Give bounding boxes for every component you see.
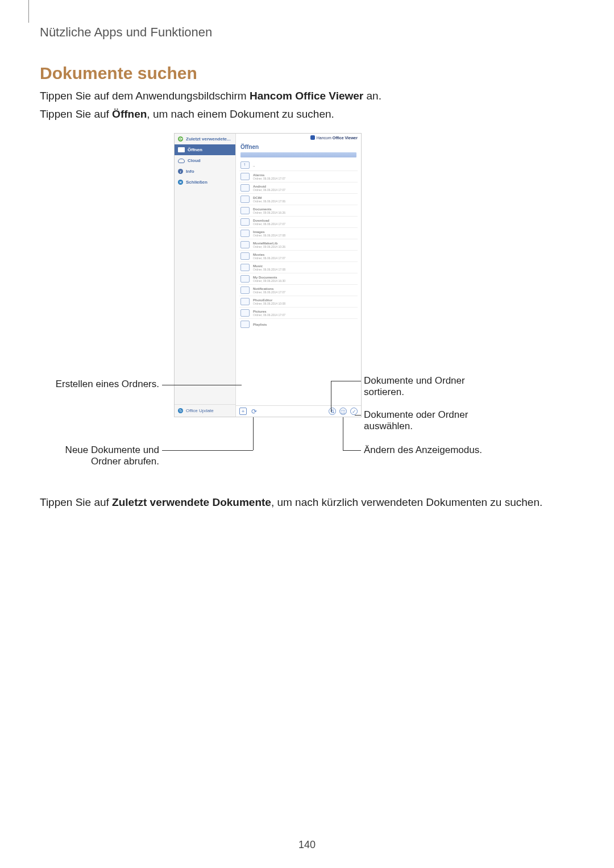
file-row[interactable]: My DocumentsOrdner, 09.06.2014 16:30 (239, 273, 358, 284)
page-number: 140 (0, 839, 614, 851)
file-subtext: Ordner, 09.06.2014 16:30 (253, 279, 285, 283)
cloud-icon (178, 159, 185, 163)
bold-recent-docs: Zuletzt verwendete Dokumente (112, 496, 271, 508)
folder-icon (240, 275, 250, 283)
text: an. (363, 90, 381, 102)
app-screenshot: ⟳ Zuletzt verwendete... Öffnen Cloud Inf… (174, 133, 362, 417)
folder-icon (240, 252, 250, 260)
sidebar-item-label: Cloud (188, 158, 201, 163)
file-subtext: Ordner, 06.06.2014 17:07 (253, 290, 285, 294)
sidebar-item-label: Zuletzt verwendete... (186, 136, 231, 142)
hancom-logo-icon (310, 135, 315, 140)
folder-icon (240, 230, 250, 237)
main-pane: Hancom Office Viewer Öffnen ..AlarmsOrdn… (236, 134, 361, 417)
file-subtext: Ordner, 06.06.2014 17:07 (253, 222, 285, 226)
callout-refresh: Neue Dokumente undOrdner abrufen. (45, 445, 159, 467)
file-row[interactable]: DCIMOrdner, 06.06.2014 17:06 (239, 193, 358, 205)
file-subtext: Ordner, 06.06.2014 17:08 (253, 234, 285, 237)
file-subtext: Ordner, 06.06.2014 17:07 (253, 177, 285, 180)
sidebar-item-close[interactable]: Schließen (175, 177, 235, 188)
text: Tippen Sie auf (40, 108, 112, 120)
folder-icon (240, 298, 250, 305)
file-subtext: Ordner, 09.06.2014 10:26 (253, 245, 285, 248)
bold-app-name: Hancom Office Viewer (250, 90, 363, 102)
app-title-brand: Hancom (317, 136, 331, 140)
text: , um nach kürzlich verwendeten Dokumente… (271, 496, 542, 508)
callout-select: Dokumente oder Ordnerauswählen. (364, 409, 523, 432)
file-row[interactable]: DownloadOrdner, 06.06.2014 17:07 (239, 216, 358, 227)
file-row[interactable]: MoviesOrdner, 06.06.2014 17:07 (239, 250, 358, 261)
sidebar-item-update[interactable]: Office Update (175, 404, 235, 417)
refresh-icon[interactable]: ⟳ (250, 408, 258, 415)
paragraph-1: Tippen Sie auf dem Anwendungsbildschirm … (40, 90, 381, 102)
sidebar-item-cloud[interactable]: Cloud (175, 155, 235, 166)
folder-icon (240, 196, 250, 203)
section-heading: Dokumente suchen (40, 64, 197, 83)
file-row[interactable]: AndroidOrdner, 06.06.2014 17:07 (239, 182, 358, 193)
file-subtext: Ordner, 06.06.2014 17:07 (253, 256, 285, 260)
close-icon (178, 180, 183, 185)
file-row[interactable]: Playlists (239, 318, 358, 330)
toolbar-bottom: ＋ ⟳ ⇅ ◫ ✓ (236, 405, 361, 417)
sidebar: ⟳ Zuletzt verwendete... Öffnen Cloud Inf… (175, 134, 236, 417)
folder-icon (240, 264, 250, 271)
bold-open: Öffnen (112, 108, 147, 120)
sidebar-item-label: Öffnen (188, 147, 202, 152)
folder-icon (240, 184, 250, 192)
file-row[interactable]: MovieMakerLibOrdner, 09.06.2014 10:26 (239, 239, 358, 250)
callout-sort: Dokumente und Ordnersortieren. (364, 375, 512, 398)
update-icon (178, 408, 183, 413)
sidebar-item-label: Info (186, 169, 194, 174)
figure: ⟳ Zuletzt verwendete... Öffnen Cloud Inf… (45, 131, 569, 455)
clock-icon: ⟳ (178, 136, 183, 142)
file-subtext: Ordner, 06.06.2014 17:07 (253, 188, 285, 192)
callout-viewmode: Ändern des Anzeigemodus. (364, 445, 534, 456)
file-list[interactable]: ..AlarmsOrdner, 06.06.2014 17:07AndroidO… (236, 160, 361, 405)
breadcrumb: Nützliche Apps und Funktionen (40, 25, 212, 40)
file-subtext: Ordner, 06.06.2014 17:08 (253, 268, 285, 271)
paragraph-3: Tippen Sie auf Zuletzt verwendete Dokume… (40, 495, 542, 510)
sidebar-item-open[interactable]: Öffnen (175, 144, 235, 155)
text: Tippen Sie auf (40, 496, 112, 508)
new-folder-icon[interactable]: ＋ (239, 408, 247, 415)
file-name: .. (253, 164, 255, 167)
sort-icon[interactable]: ⇅ (329, 408, 336, 415)
folder-icon (240, 321, 250, 328)
folder-open-icon (178, 147, 185, 152)
folder-icon (240, 309, 250, 317)
file-row[interactable]: ImagesOrdner, 06.06.2014 17:08 (239, 227, 358, 239)
sidebar-item-info[interactable]: Info (175, 166, 235, 177)
file-row[interactable]: NotificationsOrdner, 06.06.2014 17:07 (239, 284, 358, 296)
folder-icon (240, 241, 250, 248)
file-subtext: Ordner, 06.06.2014 17:06 (253, 200, 285, 203)
folder-icon (240, 207, 250, 214)
file-row[interactable]: AlarmsOrdner, 06.06.2014 17:07 (239, 171, 358, 182)
text: , um nach einem Dokument zu suchen. (147, 108, 334, 120)
callout-create-folder: Erstellen eines Ordners. (45, 379, 159, 390)
select-icon[interactable]: ✓ (350, 408, 358, 415)
file-row[interactable]: MusicOrdner, 06.06.2014 17:08 (239, 261, 358, 273)
file-subtext: Ordner, 06.06.2014 17:07 (253, 313, 285, 317)
file-row[interactable]: DocumentsOrdner, 09.06.2014 16:26 (239, 205, 358, 216)
view-mode-icon[interactable]: ◫ (339, 408, 347, 415)
path-bar[interactable] (240, 152, 356, 157)
sidebar-item-recent[interactable]: ⟳ Zuletzt verwendete... (175, 134, 235, 144)
file-row[interactable]: PicturesOrdner, 06.06.2014 17:07 (239, 307, 358, 318)
app-title-suffix: Office Viewer (333, 136, 358, 140)
folder-icon (240, 173, 250, 180)
text: Tippen Sie auf dem Anwendungsbildschirm (40, 90, 250, 102)
file-row[interactable]: PhotoEditorOrdner, 06.06.2014 10:08 (239, 296, 358, 307)
file-row[interactable]: .. (239, 160, 358, 171)
paragraph-2: Tippen Sie auf Öffnen, um nach einem Dok… (40, 108, 334, 121)
folder-icon (240, 218, 250, 226)
file-subtext: Ordner, 09.06.2014 16:26 (253, 211, 285, 214)
info-icon (178, 169, 183, 174)
sidebar-item-label: Office Update (186, 408, 214, 413)
folder-up-icon (240, 161, 250, 169)
pane-heading: Öffnen (236, 142, 361, 152)
folder-icon (240, 286, 250, 294)
file-name: Playlists (253, 323, 267, 326)
title-bar: Hancom Office Viewer (236, 134, 361, 142)
sidebar-item-label: Schließen (186, 180, 208, 185)
file-subtext: Ordner, 06.06.2014 10:08 (253, 302, 285, 305)
